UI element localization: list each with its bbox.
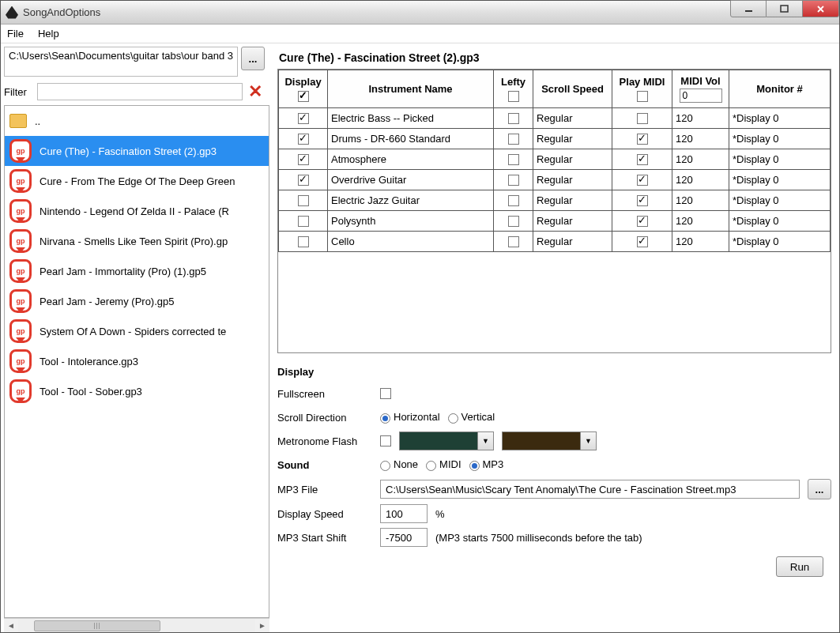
file-up-row[interactable]: .. — [5, 106, 269, 136]
row-scroll-speed[interactable]: Regular — [533, 190, 612, 211]
minimize-button[interactable] — [730, 0, 767, 17]
row-midi-vol[interactable]: 120 — [672, 129, 729, 149]
row-instrument-name[interactable]: Cello — [328, 232, 494, 252]
col-vol[interactable]: MIDI Vol — [672, 70, 729, 108]
clear-filter-icon[interactable]: ✕ — [246, 83, 265, 100]
row-lefty-checkbox[interactable] — [508, 113, 519, 124]
filter-input[interactable] — [37, 83, 243, 100]
row-midi-checkbox[interactable] — [637, 216, 648, 227]
row-lefty-checkbox[interactable] — [508, 134, 519, 145]
folder-path[interactable]: C:\Users\Sean\Documents\guitar tabs\our … — [4, 47, 238, 77]
row-display-checkbox[interactable] — [298, 154, 309, 165]
display-speed-input[interactable] — [380, 504, 428, 523]
row-midi-checkbox[interactable] — [637, 175, 648, 186]
mp3-browse-button[interactable]: ... — [808, 479, 831, 499]
instrument-row: AtmosphereRegular120*Display 0 — [279, 149, 831, 170]
row-lefty-checkbox[interactable] — [508, 154, 519, 165]
row-monitor[interactable]: *Display 0 — [729, 129, 831, 149]
row-display-checkbox[interactable] — [298, 236, 309, 247]
fullscreen-checkbox[interactable] — [380, 388, 391, 399]
file-row[interactable]: gpNintendo - Legend Of Zelda II - Palace… — [5, 196, 269, 226]
close-button[interactable] — [803, 0, 839, 17]
file-row[interactable]: gpPearl Jam - Jeremy (Pro).gp5 — [5, 286, 269, 316]
row-lefty-checkbox[interactable] — [508, 195, 519, 206]
row-scroll-speed[interactable]: Regular — [533, 211, 612, 232]
scroll-vertical-radio[interactable] — [448, 413, 458, 424]
row-instrument-name[interactable]: Polysynth — [328, 211, 494, 232]
row-scroll-speed[interactable]: Regular — [533, 149, 612, 170]
row-midi-vol[interactable]: 120 — [672, 232, 729, 252]
menu-help[interactable]: Help — [38, 28, 59, 40]
row-midi-vol[interactable]: 120 — [672, 170, 729, 190]
col-scroll[interactable]: Scroll Speed — [533, 70, 612, 108]
col-instrument[interactable]: Instrument Name — [328, 70, 494, 108]
file-row[interactable]: gpCure (The) - Fascination Street (2).gp… — [5, 136, 269, 166]
row-monitor[interactable]: *Display 0 — [729, 211, 831, 232]
file-row[interactable]: gpTool - Intolerance.gp3 — [5, 346, 269, 376]
sound-mp3-radio[interactable] — [469, 461, 480, 471]
row-monitor[interactable]: *Display 0 — [729, 190, 831, 211]
row-midi-checkbox[interactable] — [637, 113, 648, 124]
sidebar-hscrollbar[interactable]: ◄ ► — [4, 618, 269, 632]
metronome-checkbox[interactable] — [380, 435, 391, 446]
row-instrument-name[interactable]: Atmosphere — [328, 149, 494, 170]
file-row[interactable]: gpTool - Tool - Sober.gp3 — [5, 376, 269, 406]
row-monitor[interactable]: *Display 0 — [729, 170, 831, 190]
col-monitor[interactable]: Monitor # — [729, 70, 831, 108]
row-instrument-name[interactable]: Electric Jazz Guitar — [328, 190, 494, 211]
row-scroll-speed[interactable]: Regular — [533, 170, 612, 190]
col-display[interactable]: Display — [279, 70, 328, 108]
row-midi-checkbox[interactable] — [637, 195, 648, 206]
row-instrument-name[interactable]: Drums - DR-660 Standard — [328, 129, 494, 149]
header-midi-checkbox[interactable] — [637, 91, 648, 102]
sound-none-radio[interactable] — [380, 461, 390, 471]
header-display-checkbox[interactable] — [298, 91, 309, 102]
row-lefty-checkbox[interactable] — [508, 216, 519, 227]
header-vol-input[interactable] — [680, 89, 722, 103]
scroll-horizontal-radio[interactable] — [380, 413, 390, 424]
row-midi-checkbox[interactable] — [637, 134, 648, 145]
instrument-row: Electric Bass -- PickedRegular120*Displa… — [279, 108, 831, 129]
mp3-shift-input[interactable] — [380, 528, 428, 547]
maximize-button[interactable] — [767, 0, 803, 17]
col-midi[interactable]: Play MIDI — [612, 70, 672, 108]
col-lefty[interactable]: Lefty — [494, 70, 533, 108]
row-scroll-speed[interactable]: Regular — [533, 108, 612, 129]
run-button[interactable]: Run — [776, 556, 823, 577]
file-row[interactable]: gpCure - From The Edge Of The Deep Green — [5, 166, 269, 196]
row-instrument-name[interactable]: Overdrive Guitar — [328, 170, 494, 190]
row-midi-checkbox[interactable] — [637, 236, 648, 247]
row-lefty-checkbox[interactable] — [508, 175, 519, 186]
row-monitor[interactable]: *Display 0 — [729, 149, 831, 170]
row-midi-checkbox[interactable] — [637, 154, 648, 165]
row-monitor[interactable]: *Display 0 — [729, 232, 831, 252]
row-monitor[interactable]: *Display 0 — [729, 108, 831, 129]
row-display-checkbox[interactable] — [298, 195, 309, 206]
row-display-checkbox[interactable] — [298, 113, 309, 124]
header-lefty-checkbox[interactable] — [508, 91, 519, 102]
row-display-checkbox[interactable] — [298, 134, 309, 145]
file-row[interactable]: gpSystem Of A Down - Spiders corrected t… — [5, 316, 269, 346]
sound-midi-radio[interactable] — [426, 461, 436, 471]
row-instrument-name[interactable]: Electric Bass -- Picked — [328, 108, 494, 129]
browse-folder-button[interactable]: ... — [241, 47, 265, 70]
row-midi-vol[interactable]: 120 — [672, 211, 729, 232]
row-display-checkbox[interactable] — [298, 216, 309, 227]
row-scroll-speed[interactable]: Regular — [533, 232, 612, 252]
mp3file-input[interactable] — [380, 480, 800, 499]
metronome-color1[interactable]: ▼ — [399, 431, 494, 450]
file-row[interactable]: gpPearl Jam - Immortality (Pro) (1).gp5 — [5, 256, 269, 286]
file-list[interactable]: .. gpCure (The) - Fascination Street (2)… — [4, 105, 269, 618]
file-up-label: .. — [35, 115, 40, 127]
metronome-color2[interactable]: ▼ — [502, 431, 597, 450]
row-lefty-checkbox[interactable] — [508, 236, 519, 247]
menu-file[interactable]: File — [7, 28, 24, 40]
row-scroll-speed[interactable]: Regular — [533, 129, 612, 149]
instrument-row: CelloRegular120*Display 0 — [279, 232, 831, 252]
display-speed-label: Display Speed — [277, 508, 372, 520]
row-midi-vol[interactable]: 120 — [672, 190, 729, 211]
row-midi-vol[interactable]: 120 — [672, 108, 729, 129]
row-display-checkbox[interactable] — [298, 175, 309, 186]
row-midi-vol[interactable]: 120 — [672, 149, 729, 170]
file-row[interactable]: gpNirvana - Smells Like Teen Spirit (Pro… — [5, 226, 269, 256]
